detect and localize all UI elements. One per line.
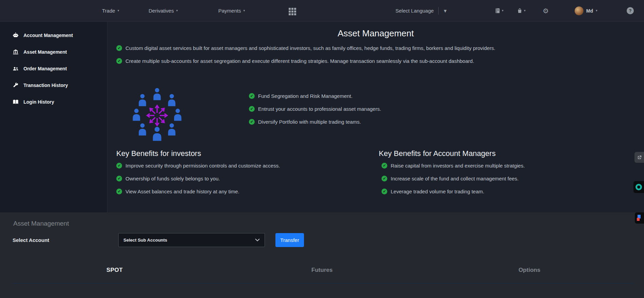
robot-icon [13, 32, 19, 38]
transfer-button[interactable]: Transfer [275, 233, 304, 247]
journal-icon [495, 8, 501, 14]
check-icon: ✔ [382, 189, 387, 194]
caret-down-icon: ▾ [118, 9, 119, 12]
sidebar-item-login-history[interactable]: Login History [0, 93, 107, 110]
tab-futures[interactable]: Futures [218, 267, 426, 274]
username: Md [586, 8, 593, 14]
sidebar-item-label: Login History [23, 99, 54, 105]
help-button[interactable]: ? [627, 0, 634, 21]
transfer-panel-heading: Asset Management [13, 220, 69, 227]
wrench-icon [13, 82, 19, 88]
user-menu[interactable]: Md ▾ [575, 0, 597, 21]
capture-extension-widget[interactable] [635, 212, 644, 224]
feature-bullet-text: Diversify Portfolio with multiple tradin… [258, 119, 361, 125]
sidebar-item-asset-management[interactable]: Asset Management [0, 43, 107, 60]
caret-down-icon: ▾ [243, 9, 245, 12]
sub-accounts-select[interactable]: Select Sub Accounts [118, 233, 265, 247]
investor-benefit-bullet: ✔ Improve security through permission co… [116, 163, 280, 169]
check-icon: ✔ [116, 58, 122, 64]
topbar: Trade ▾ Derivatives ▾ Payments ▾ Select … [0, 0, 644, 22]
sidebar-item-label: Transaction History [23, 83, 68, 88]
main-content: Asset Management ✔ Custom digital asset … [107, 21, 644, 212]
check-icon: ✔ [382, 163, 387, 169]
sidebar-item-label: Asset Management [23, 49, 67, 55]
asset-management-illustration [124, 85, 190, 142]
intro-bullet: ✔ Custom digital asset services built fo… [116, 45, 495, 51]
check-icon: ✔ [249, 93, 255, 99]
sidebar-item-label: Account Management [23, 33, 73, 38]
gear-icon: ⚙ [543, 7, 549, 15]
investor-benefit-text: Ownership of funds solely belongs to you… [125, 176, 220, 181]
sidebar-item-account-management[interactable]: Account Management [0, 27, 107, 43]
language-selector[interactable]: Select Language ▼ [395, 0, 447, 21]
check-icon: ✔ [116, 176, 122, 181]
orders-menu-button[interactable]: ▾ [495, 0, 504, 21]
check-icon: ✔ [116, 189, 122, 194]
intro-bullet-text: Custom digital asset services built for … [125, 45, 495, 51]
caret-down-filled-icon: ▼ [443, 8, 448, 14]
settings-button[interactable]: ⚙ [543, 0, 549, 21]
red-square-icon [637, 218, 640, 221]
feature-bullet: ✔ Fund Segregation and Risk Management. [249, 93, 353, 99]
sidebar-item-label: Order Management [23, 66, 67, 71]
language-selector-label: Select Language [395, 8, 434, 14]
tab-spot[interactable]: SPOT [11, 267, 218, 274]
nav-payments[interactable]: Payments ▾ [218, 0, 245, 21]
check-icon: ✔ [382, 176, 387, 181]
caret-down-icon: ▾ [176, 9, 178, 12]
caret-down-icon: ▾ [524, 9, 526, 12]
avatar [575, 6, 583, 15]
select-account-label: Select Account [13, 237, 49, 243]
investor-benefit-bullet: ✔ View Asset balances and trade history … [116, 189, 239, 194]
nav-derivatives[interactable]: Derivatives ▾ [149, 0, 178, 21]
nav-trade-label: Trade [102, 8, 115, 14]
chevron-down-icon [255, 239, 260, 242]
apps-grid-icon[interactable] [289, 8, 296, 15]
manager-benefit-bullet: ✔ Leverage traded volume for trading tea… [382, 189, 484, 194]
tabs-divider [12, 283, 634, 284]
manager-benefit-text: Increase scale of the fund and collect m… [391, 176, 519, 181]
manager-benefit-bullet: ✔ Raise capital from investors and exerc… [382, 163, 525, 169]
manager-benefit-text: Raise capital from investors and exercis… [391, 163, 525, 169]
caret-down-icon: ▾ [596, 9, 597, 12]
bank-icon [13, 49, 19, 55]
investor-benefit-bullet: ✔ Ownership of funds solely belongs to y… [116, 176, 220, 181]
manager-benefit-text: Leverage traded volume for trading team. [391, 189, 484, 194]
help-icon: ? [627, 7, 634, 14]
feature-bullet: ✔ Entrust your accounts to professional … [249, 106, 381, 112]
external-link-widget[interactable] [634, 152, 644, 163]
sidebar-item-order-management[interactable]: Order Management [0, 60, 107, 77]
manager-benefit-bullet: ✔ Increase scale of the fund and collect… [382, 176, 519, 181]
teal-extension-widget[interactable] [633, 181, 644, 193]
transfer-panel: Asset Management Select Account Select S… [0, 212, 644, 298]
nav-payments-label: Payments [218, 8, 241, 14]
users-icon [13, 66, 19, 72]
bag-icon [517, 8, 523, 14]
feature-bullet-text: Fund Segregation and Risk Management. [258, 93, 353, 99]
sidebar: Account Management Asset Management [0, 21, 107, 212]
asset-tabs: SPOT Futures Options [11, 267, 633, 274]
external-link-icon [637, 155, 642, 160]
check-icon: ✔ [116, 45, 122, 51]
check-icon: ✔ [249, 119, 255, 125]
teal-extension-icon [635, 184, 642, 190]
sidebar-item-transaction-history[interactable]: Transaction History [0, 77, 107, 93]
nav-derivatives-label: Derivatives [149, 8, 174, 14]
investor-benefit-text: View Asset balances and trade history at… [125, 189, 239, 194]
tab-options[interactable]: Options [426, 267, 633, 274]
investor-benefit-text: Improve security through permission cont… [125, 163, 280, 169]
wallet-menu-button[interactable]: ▾ [517, 0, 526, 21]
sub-accounts-select-value: Select Sub Accounts [123, 238, 167, 243]
caret-down-icon: ▾ [502, 9, 504, 12]
feature-bullet: ✔ Diversify Portfolio with multiple trad… [249, 119, 361, 125]
divider [438, 7, 439, 15]
benefits-investors-heading: Key Benefits for investors [116, 149, 201, 158]
nav-trade[interactable]: Trade ▾ [102, 0, 119, 21]
open-book-icon [13, 99, 19, 105]
intro-bullet-text: Create multiple sub-accounts for asset s… [125, 58, 474, 64]
check-icon: ✔ [249, 106, 255, 112]
page-title: Asset Management [107, 28, 644, 39]
benefits-managers-heading: Key Benefits for Account Managers [379, 149, 496, 158]
app-screen: Trade ▾ Derivatives ▾ Payments ▾ Select … [0, 0, 644, 298]
check-icon: ✔ [116, 163, 122, 169]
